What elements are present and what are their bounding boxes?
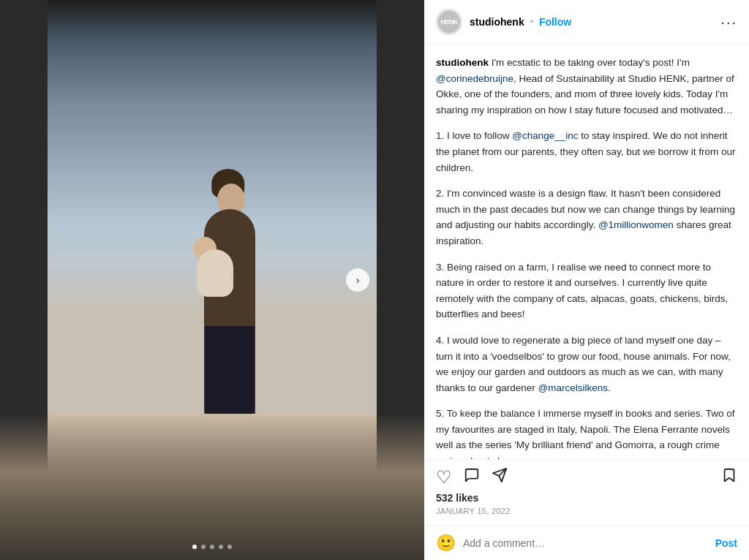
action-icons-row: ♡: [436, 467, 737, 488]
like-button[interactable]: ♡: [436, 467, 452, 488]
point1-pre: 1. I love to follow: [436, 130, 512, 141]
post-date: JANUARY 15, 2022: [436, 507, 737, 515]
caption-point5: 5. To keep the balance I immerse myself …: [436, 406, 737, 459]
header-username[interactable]: studiohenk: [470, 16, 524, 28]
caption-username[interactable]: studiohenk: [436, 57, 489, 68]
comment-button[interactable]: [464, 467, 480, 488]
caption-point2: 2. I'm convinced waste is a design flaw.…: [436, 186, 737, 249]
image-dots-indicator: [192, 545, 232, 549]
dot-1: [192, 545, 197, 549]
caption-point1: 1. I love to follow @change__inc to stay…: [436, 128, 737, 175]
follow-button[interactable]: Follow: [539, 16, 571, 28]
caption-point3: 3. Being raised on a farm, I realise we …: [436, 260, 737, 322]
caption-intro-text: I'm ecstatic to be taking over today's p…: [492, 57, 690, 68]
share-button[interactable]: [492, 467, 508, 488]
post-container: › HENK studiohenk • Follow ···: [0, 0, 749, 560]
caption-intro: studiohenk I'm ecstatic to be taking ove…: [436, 55, 737, 118]
bookmark-button[interactable]: [721, 467, 737, 488]
point4-post: .: [608, 382, 611, 393]
baby-body: [197, 249, 233, 297]
figure-legs: [205, 326, 255, 414]
post-comment-button[interactable]: Post: [715, 537, 737, 549]
post-header: HENK studiohenk • Follow ···: [424, 0, 749, 45]
actions-bar: ♡ 532 likes: [424, 459, 749, 526]
comment-input[interactable]: [463, 537, 715, 549]
more-options-button[interactable]: ···: [720, 14, 737, 31]
point5-text: 5. To keep the balance I immerse myself …: [436, 408, 734, 459]
dot-separator: •: [530, 17, 533, 27]
floor: [0, 414, 424, 560]
header-info: studiohenk • Follow: [470, 16, 715, 28]
dot-3: [210, 545, 214, 549]
content-panel: HENK studiohenk • Follow ··· studiohenk …: [424, 0, 749, 560]
mention-change[interactable]: @change__inc: [512, 130, 578, 141]
figure-silhouette: [186, 180, 274, 414]
point3-text: 3. Being raised on a farm, I realise we …: [436, 262, 728, 320]
avatar-badge: HENK: [440, 18, 458, 26]
mention-1millionwomen[interactable]: @1millionwomen: [598, 219, 674, 230]
mention-corine[interactable]: @corinedebruijne: [436, 73, 513, 84]
caption-point4: 4. I would love to regenerate a big piec…: [436, 333, 737, 396]
next-image-button[interactable]: ›: [346, 268, 369, 292]
caption-area: studiohenk I'm ecstatic to be taking ove…: [424, 45, 749, 459]
dot-5: [227, 545, 232, 549]
likes-count: 532 likes: [436, 492, 737, 504]
avatar: HENK: [436, 9, 462, 35]
mention-marcelsilkens[interactable]: @marcelsilkens: [538, 382, 608, 393]
emoji-button[interactable]: 🙂: [436, 534, 456, 553]
avatar-inner: HENK: [438, 11, 460, 33]
dot-4: [219, 545, 223, 549]
dot-2: [201, 545, 206, 549]
image-panel: ›: [0, 0, 424, 560]
comment-input-area: 🙂 Post: [424, 526, 749, 560]
